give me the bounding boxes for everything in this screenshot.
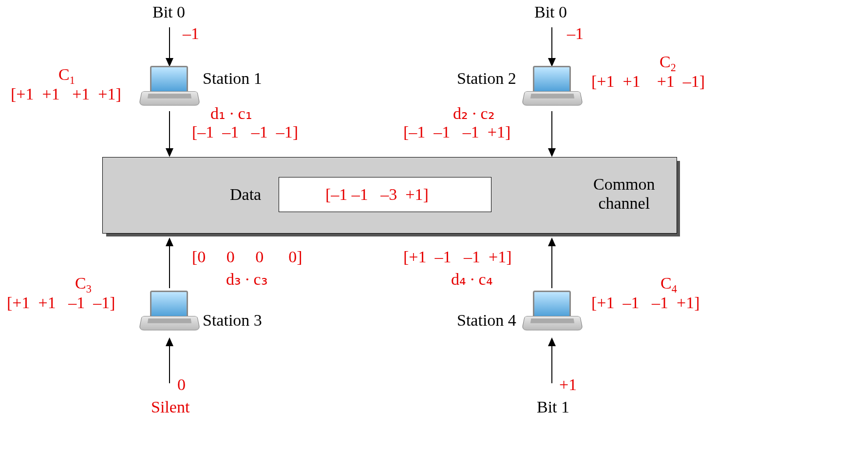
s1-name: Station 1 <box>203 69 262 88</box>
s4-dc-name: d₄ · c₄ <box>451 269 493 289</box>
laptop-base <box>139 316 201 331</box>
s2-arrow-top <box>551 27 552 59</box>
s4-chip-name: C4 <box>660 274 677 295</box>
s1-dc-name: d₁ · c₁ <box>210 103 252 123</box>
s4-arrowhead-bot <box>548 337 556 346</box>
laptop-kbd <box>530 94 574 98</box>
s2-dc-vec: [–1 –1 –1 +1] <box>403 123 510 141</box>
laptop-icon <box>523 66 582 110</box>
laptop-kbd <box>148 94 191 98</box>
s2-name: Station 2 <box>457 69 516 88</box>
laptop-icon <box>523 291 582 334</box>
s2-dc-name: d₂ · c₂ <box>453 103 495 123</box>
s1-bit-value: –1 <box>183 24 199 43</box>
laptop-base <box>522 316 584 331</box>
s1-chip-name: C1 <box>58 65 75 87</box>
s3-arrowhead-bot <box>166 337 173 346</box>
s4-arrowhead-top <box>548 237 556 246</box>
s1-arrow-bot <box>169 111 170 149</box>
s2-bit-value: –1 <box>567 24 584 43</box>
s1-bit-label: Bit 0 <box>152 3 185 21</box>
s3-chip-vec: [+1 +1 –1 –1] <box>7 294 115 312</box>
s3-dc-name: d₃ · c₃ <box>226 269 268 289</box>
s3-arrow-top <box>169 245 170 288</box>
s4-dc-vec: [+1 –1 –1 +1] <box>403 248 512 266</box>
s4-bit-value: +1 <box>559 375 577 394</box>
laptop-screen <box>150 66 188 93</box>
laptop-kbd <box>148 318 191 323</box>
s4-bit-label: Bit 1 <box>537 398 569 416</box>
channel-data-vector: [–1 –1 –3 +1] <box>325 185 429 204</box>
s2-arrow-bot <box>551 111 552 149</box>
s3-arrow-bot <box>169 345 170 383</box>
s3-bit-label: Silent <box>151 398 189 416</box>
laptop-screen <box>533 291 571 318</box>
channel-data-label: Data <box>230 185 261 204</box>
s4-arrow-bot <box>551 345 552 383</box>
laptop-base <box>522 91 584 106</box>
laptop-base <box>139 91 201 106</box>
laptop-icon <box>140 291 199 334</box>
s1-dc-vec: [–1 –1 –1 –1] <box>192 123 298 141</box>
s4-name: Station 4 <box>457 311 516 330</box>
s2-arrowhead-bot <box>548 148 556 157</box>
laptop-screen <box>150 291 188 318</box>
s4-arrow-top <box>551 245 552 288</box>
s2-bit-label: Bit 0 <box>534 3 567 21</box>
diagram-root: Data [–1 –1 –3 +1] Common channel Bit 0 … <box>0 0 868 452</box>
s1-arrow-top <box>169 27 170 59</box>
s1-arrowhead-bot <box>166 148 173 157</box>
s3-bit-value: 0 <box>177 375 186 394</box>
laptop-screen <box>533 66 571 93</box>
channel-label: Common channel <box>593 175 655 213</box>
s2-chip-name: C2 <box>660 53 676 74</box>
s3-chip-name: C3 <box>75 274 92 295</box>
s3-dc-vec: [0 0 0 0] <box>192 248 302 266</box>
laptop-icon <box>140 66 199 110</box>
s3-arrowhead-top <box>166 237 173 246</box>
laptop-kbd <box>530 318 574 323</box>
s1-chip-vec: [+1 +1 +1 +1] <box>11 85 121 103</box>
s3-name: Station 3 <box>203 311 262 330</box>
s4-chip-vec: [+1 –1 –1 +1] <box>591 294 700 312</box>
s2-chip-vec: [+1 +1 +1 –1] <box>591 72 705 91</box>
